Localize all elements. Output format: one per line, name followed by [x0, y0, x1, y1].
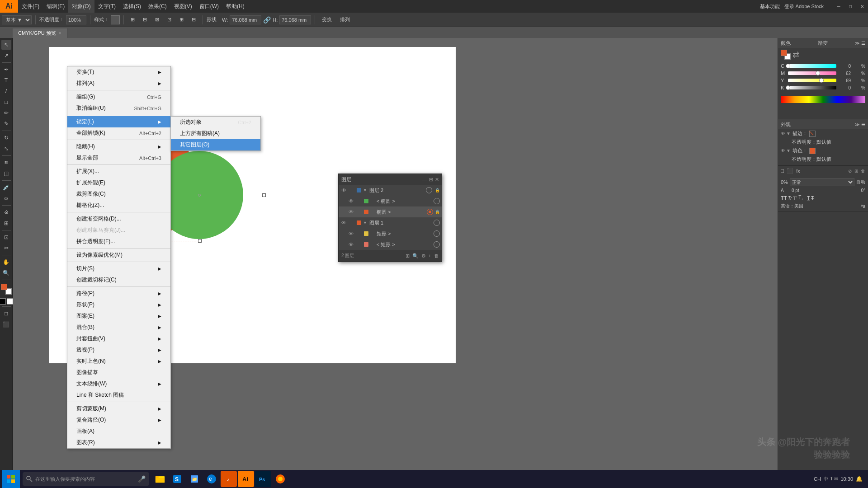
slider-k-track[interactable] [788, 86, 836, 89]
taskbar-mic-icon[interactable]: 🎤 [138, 475, 146, 483]
text-underline-btn[interactable]: T̲ [807, 195, 810, 201]
zoom-tool[interactable]: 🔍 [1, 268, 11, 278]
appearance-copy-btn[interactable]: ⊞ [854, 169, 858, 174]
gradient-tool[interactable]: ◫ [1, 169, 11, 178]
layer-1-row[interactable]: 👁 ▼ 图层 1 [339, 217, 442, 228]
align-btn-5[interactable]: ⊞ [176, 15, 187, 24]
ctx-show-all[interactable]: 显示全部 Alt+Ctrl+3 [67, 152, 170, 164]
select-tool[interactable]: ↖ [1, 40, 11, 50]
layers-panel-close[interactable]: ✕ [435, 177, 439, 183]
slider-m-track[interactable] [788, 71, 836, 75]
child-1-eye[interactable]: 👁 [348, 198, 354, 204]
screen-mode[interactable]: ⬛ [1, 319, 11, 329]
align-btn-1[interactable]: ⊞ [127, 15, 138, 24]
taskbar-illustrator-btn[interactable]: Ai [238, 471, 254, 487]
paintbrush-tool[interactable]: ✏ [1, 108, 11, 118]
ctx-gradient-mesh[interactable]: 创建渐变网格(D)... [67, 213, 170, 225]
stroke-eye[interactable]: 👁 [781, 131, 785, 136]
appearance-add-fill[interactable]: ⬛ [787, 168, 793, 174]
color-spectrum[interactable] [781, 96, 865, 103]
ctx-live-paint[interactable]: 实时上色(N) ▶ [67, 356, 170, 367]
rect-tool[interactable]: □ [1, 97, 11, 107]
rotate-tool[interactable]: ↻ [1, 133, 11, 143]
l1c1-target[interactable] [434, 230, 440, 237]
taskbar-music-btn[interactable]: ♪ [221, 471, 237, 487]
stroke-expand[interactable]: ▼ [786, 131, 791, 136]
taskbar-store-btn[interactable]: S [169, 471, 185, 487]
text-T-sub-btn[interactable]: T↓ [798, 195, 803, 201]
sub-lock-above[interactable]: 上方所有图稿(A) [171, 128, 260, 139]
layer-1-eye[interactable]: 👁 [340, 220, 347, 225]
l1c2-target[interactable] [434, 241, 440, 248]
ctx-pixel-optimize[interactable]: 设为像素级优化(M) [67, 249, 170, 261]
layers-add-page-btn[interactable]: ⊞ [406, 253, 410, 259]
ctx-blend[interactable]: 混合(B) ▶ [67, 322, 170, 333]
tab-close-button[interactable]: × [59, 31, 61, 36]
slider-c-track[interactable] [788, 64, 836, 68]
appearance-panel-menu[interactable]: ☰ [861, 122, 865, 127]
opacity-input[interactable] [66, 15, 86, 24]
blend-tool[interactable]: ∞ [1, 193, 11, 203]
layers-settings-btn[interactable]: ⚙ [421, 253, 426, 259]
layers-search-btn[interactable]: 🔍 [412, 253, 419, 259]
ctx-ungroup[interactable]: 取消编组(U) Shift+Ctrl+G [67, 103, 170, 114]
sub-lock-selected[interactable]: 所选对象 Ctrl+2 [171, 117, 260, 128]
height-input[interactable] [279, 15, 311, 24]
taskbar-lang[interactable]: CH [814, 476, 821, 482]
transform-btn[interactable]: 变换 [319, 15, 335, 24]
taskbar-browser-btn[interactable] [272, 471, 288, 487]
ctx-group[interactable]: 编组(G) Ctrl+G [67, 91, 170, 103]
align-btn-3[interactable]: ⊠ [152, 15, 162, 24]
layers-panel-minimize[interactable]: — [422, 177, 427, 183]
swap-colors-icon[interactable]: ⇄ [793, 50, 799, 60]
taskbar-notification-btn[interactable]: 🔔 [856, 476, 863, 482]
blending-mode-select[interactable]: 正常 [790, 178, 854, 186]
ctx-image-trace[interactable]: 图像描摹 [67, 367, 170, 378]
symbol-tool[interactable]: ※ [1, 207, 11, 217]
slice-tool[interactable]: ✂ [1, 243, 11, 253]
menu-effect[interactable]: 效果(C) [145, 0, 170, 13]
layers-delete-btn[interactable]: 🗑 [434, 253, 439, 259]
layer-1-child-1[interactable]: 👁 矩形 > [339, 228, 442, 239]
stroke-visibility[interactable]: 👁 ▼ [781, 131, 791, 136]
ctx-expand[interactable]: 扩展(X)... [67, 166, 170, 177]
cmyk-fg-bg[interactable] [781, 50, 791, 60]
ctx-crop-image[interactable]: 裁剪图像(C) [67, 188, 170, 200]
layer-2-child-2[interactable]: 👁 椭圆 > 🔒 [339, 206, 442, 217]
slider-y-handle[interactable] [819, 78, 824, 83]
adobe-stock-label[interactable]: 登录 Adobe Stock [784, 3, 824, 10]
warp-tool[interactable]: ≋ [1, 158, 11, 168]
text-T-sup-btn[interactable]: T↑ [793, 195, 797, 201]
start-button[interactable] [2, 470, 20, 488]
appearance-panel-header[interactable]: 外观 ≫ ☰ [778, 119, 868, 129]
menu-file[interactable]: 文件(F) [18, 0, 43, 13]
layer-2-child-1[interactable]: 👁 < 椭圆 > [339, 196, 442, 206]
fill-expand[interactable]: ▼ [786, 148, 791, 153]
ctx-pattern[interactable]: 图案(E) ▶ [67, 310, 170, 322]
align-btn-4[interactable]: ⊡ [164, 15, 175, 24]
workspace-label[interactable]: 基本功能 [760, 3, 780, 10]
type-tool[interactable]: T [1, 75, 11, 85]
child-2-eye[interactable]: 👁 [348, 209, 354, 215]
pen-tool[interactable]: ✒ [1, 65, 11, 75]
taskbar-photoshop-btn[interactable]: Ps [255, 471, 271, 487]
appearance-panel-collapse[interactable]: ≫ [855, 122, 859, 127]
ctx-rasterize[interactable]: 栅格化(Z)... [67, 200, 170, 211]
maximize-button[interactable]: □ [844, 0, 856, 13]
ctx-envelope-distort[interactable]: 封套扭曲(V) ▶ [67, 333, 170, 344]
ctx-transform[interactable]: 变换(T) ▶ [67, 66, 170, 78]
ctx-trim-marks[interactable]: 创建裁切标记(C) [67, 274, 170, 286]
layer-2-target[interactable] [426, 187, 432, 193]
fill-eye[interactable]: 👁 [781, 148, 785, 153]
layer-2-row[interactable]: 👁 ▼ 图层 2 🔒 [339, 185, 442, 196]
fill-swatch[interactable] [809, 148, 816, 154]
ctx-arrange[interactable]: 排列(A) ▶ [67, 78, 170, 89]
bar-chart-tool[interactable]: ⊞ [1, 218, 11, 228]
color-panel-header[interactable]: 颜色 渐变 ≫ ☰ [778, 38, 868, 48]
ctx-compound-path[interactable]: 复合路径(O) ▶ [67, 414, 170, 426]
black-swatch[interactable] [0, 298, 6, 305]
slider-y-track[interactable] [788, 79, 836, 82]
ctx-lock[interactable]: 锁定(L) ▶ 所选对象 Ctrl+2 上方所有图稿(A) 其它图层(O) [67, 116, 170, 127]
layer-1-child-2[interactable]: 👁 < 矩形 > [339, 239, 442, 250]
canvas-area[interactable]: 图层 — ⊞ ✕ 👁 ▼ 图层 2 🔒 [13, 38, 778, 474]
